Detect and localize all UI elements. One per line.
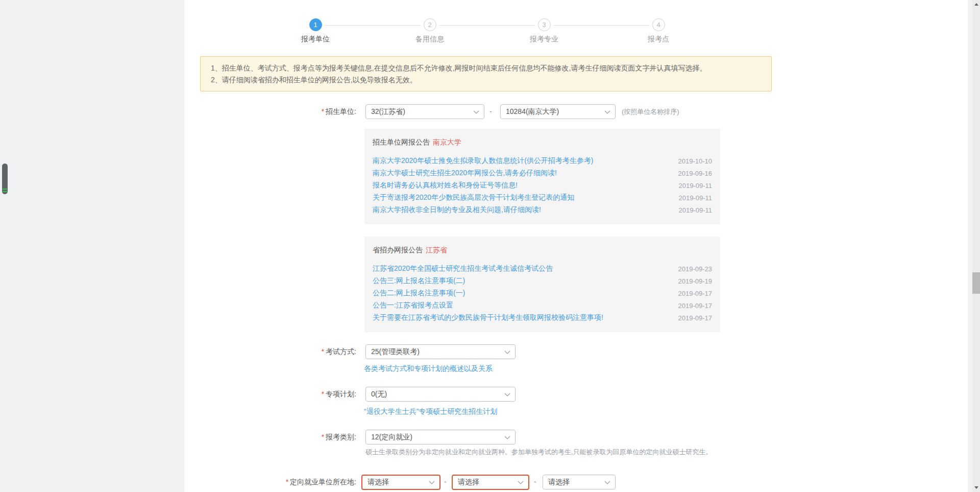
registration-category-label: *报考类别: xyxy=(184,430,356,444)
chevron-down-icon xyxy=(473,110,479,114)
announcement-link[interactable]: 南京大学2020年硕士推免生拟录取人数信息统计(供公开招考考生参考) xyxy=(373,156,593,166)
announcement-link[interactable]: 关于寄送报考2020年少数民族高层次骨干计划考生登记表的通知 xyxy=(373,193,574,202)
required-marker: * xyxy=(322,347,324,356)
stepper: 1 报考单位 2 备用信息 3 报考专业 4 报考点 xyxy=(258,18,716,44)
scroll-down-button[interactable] xyxy=(972,483,980,492)
dash-separator: - xyxy=(534,475,536,489)
chevron-down-icon xyxy=(504,350,510,354)
step-label-1: 报考单位 xyxy=(301,35,330,44)
vertical-scrollbar[interactable] xyxy=(972,0,980,492)
unit-sort-note: (按照单位名称排序) xyxy=(622,104,679,119)
announcement-link[interactable]: 报名时请务必认真核对姓名和身份证号等信息! xyxy=(373,181,518,190)
required-marker: * xyxy=(322,390,324,398)
announcement-row: 公告二:网上报名注意事项(一) 2019-09-17 xyxy=(373,287,712,299)
exam-method-select[interactable]: 25(管理类联考) xyxy=(365,344,516,359)
side-panel-handle[interactable] xyxy=(2,163,8,194)
special-program-select[interactable]: 0(无) xyxy=(365,387,516,402)
select-value: 12(定向就业) xyxy=(371,433,412,441)
announcement-date: 2019-09-23 xyxy=(678,265,713,273)
recruiting-unit-label: *招生单位: xyxy=(184,104,356,119)
announcement-link[interactable]: 公告二:网上报名注意事项(一) xyxy=(373,289,465,298)
chevron-down-icon xyxy=(504,393,510,396)
announcement-date: 2019-09-16 xyxy=(678,170,713,177)
content-card: 1 报考单位 2 备用信息 3 报考专业 4 报考点 1、招生单位、考试方式、报… xyxy=(184,0,968,492)
required-marker: * xyxy=(286,478,288,486)
step-label-2: 备用信息 xyxy=(415,35,444,44)
category-explain-note: 硕士生录取类别分为非定向就业和定向就业两种。参加单独考试的考生,只能被录取为回原… xyxy=(365,448,713,457)
province-announcement-panel: 省招办网报公告江苏省 江苏省2020年全国硕士研究生招生考试考生诚信考试公告 2… xyxy=(364,237,720,332)
announcement-date: 2019-09-19 xyxy=(678,277,713,285)
select-value: 0(无) xyxy=(371,390,387,398)
chevron-down-icon xyxy=(504,436,510,439)
announcement-row: 公告三:网上报名注意事项(二) 2019-09-19 xyxy=(373,275,712,287)
step-circle-2: 2 xyxy=(424,18,436,31)
announcement-date: 2019-09-17 xyxy=(678,302,713,310)
announcement-row: 南京大学硕士研究生招生2020年网报公告,请务必仔细阅读! 2019-09-16 xyxy=(373,167,712,179)
chevron-down-icon xyxy=(604,110,610,114)
unit-announcement-panel: 招生单位网报公告南京大学 南京大学2020年硕士推免生拟录取人数信息统计(供公开… xyxy=(364,129,720,224)
dash-separator: - xyxy=(444,475,447,489)
step-circle-4: 4 xyxy=(652,18,665,31)
announcement-date: 2019-09-11 xyxy=(678,206,712,214)
announcement-row: 公告一:江苏省报考点设置 2019-09-17 xyxy=(373,299,712,312)
announcement-link[interactable]: 公告一:江苏省报考点设置 xyxy=(373,301,453,310)
step-circle-3: 3 xyxy=(538,18,551,31)
step-label-3: 报考专业 xyxy=(530,35,558,44)
required-marker: * xyxy=(322,433,324,441)
panel-title-highlight: 江苏省 xyxy=(426,246,447,254)
chevron-down-icon xyxy=(429,481,435,484)
notice-line-2: 2、请仔细阅读省招办和招生单位的网报公告,以免导致报名无效。 xyxy=(211,74,761,86)
chevron-down-icon xyxy=(604,481,610,484)
announcement-date: 2019-09-17 xyxy=(678,290,713,297)
select-placeholder: 请选择 xyxy=(458,478,479,486)
recruiting-unit-province-select[interactable]: 32(江苏省) xyxy=(365,104,484,119)
panel-title: 招生单位网报公告南京大学 xyxy=(373,136,712,148)
announcement-list: 江苏省2020年全国硕士研究生招生考试考生诚信考试公告 2019-09-23 公… xyxy=(373,263,712,324)
chevron-down-icon xyxy=(518,481,524,484)
announcement-row: 江苏省2020年全国硕士研究生招生考试考生诚信考试公告 2019-09-23 xyxy=(373,263,712,275)
announcement-row: 南京大学招收非全日制的专业及相关问题,请仔细阅读! 2019-09-11 xyxy=(373,204,712,216)
announcement-row: 南京大学2020年硕士推免生拟录取人数信息统计(供公开招考考生参考) 2019-… xyxy=(373,155,712,167)
step-circle-1: 1 xyxy=(309,18,322,31)
announcement-date: 2019-09-11 xyxy=(678,182,712,190)
select-placeholder: 请选择 xyxy=(548,478,570,486)
stepper-step-beiyongxinxi: 2 备用信息 xyxy=(373,18,487,44)
announcement-row: 报名时请务必认真核对姓名和身份证号等信息! 2019-09-11 xyxy=(373,179,712,192)
targeted-employment-location-label: *定向就业单位所在地: xyxy=(184,475,356,489)
announcement-link[interactable]: 关于需要在江苏省考试的少数民族骨干计划考生领取网报校验码注意事项! xyxy=(373,313,603,322)
exam-method-help-link[interactable]: 各类考试方式和专项计划的概述以及关系 xyxy=(364,364,493,373)
registration-category-select[interactable]: 12(定向就业) xyxy=(365,430,516,444)
select-value: 10284(南京大学) xyxy=(506,107,559,115)
announcement-date: 2019-10-10 xyxy=(678,157,713,165)
recruiting-unit-school-select[interactable]: 10284(南京大学) xyxy=(500,104,616,119)
announcement-link[interactable]: 江苏省2020年全国硕士研究生招生考试考生诚信考试公告 xyxy=(373,264,553,273)
special-program-label: *专项计划: xyxy=(184,387,356,402)
notice-box: 1、招生单位、考试方式、报考点等为报考关键信息,在提交信息后不允许修改,网报时间… xyxy=(200,56,772,91)
employment-city-select[interactable]: 请选择 xyxy=(452,475,529,490)
stepper-step-baokaodian: 4 报考点 xyxy=(601,18,716,44)
notice-line-1: 1、招生单位、考试方式、报考点等为报考关键信息,在提交信息后不允许修改,网报时间… xyxy=(211,62,761,74)
panel-title: 省招办网报公告江苏省 xyxy=(373,244,712,256)
employment-province-select[interactable]: 请选择 xyxy=(361,475,440,490)
scroll-up-button[interactable] xyxy=(972,0,980,9)
stepper-step-baokaozhuanye: 3 报考专业 xyxy=(487,18,601,44)
step-label-4: 报考点 xyxy=(648,35,669,44)
stepper-step-baokaodanwei: 1 报考单位 xyxy=(258,18,373,44)
veteran-program-link[interactable]: “退役大学生士兵”专项硕士研究生招生计划 xyxy=(364,407,497,416)
handle-stripe xyxy=(3,191,7,192)
announcement-row: 关于寄送报考2020年少数民族高层次骨干计划考生登记表的通知 2019-09-1… xyxy=(373,192,712,204)
handle-stripe xyxy=(3,189,7,190)
scrollbar-thumb[interactable] xyxy=(972,272,980,294)
announcement-link[interactable]: 南京大学硕士研究生招生2020年网报公告,请务必仔细阅读! xyxy=(373,169,557,178)
announcement-date: 2019-09-17 xyxy=(678,314,713,322)
exam-method-label: *考试方式: xyxy=(184,344,356,359)
announcement-link[interactable]: 南京大学招收非全日制的专业及相关问题,请仔细阅读! xyxy=(373,205,541,215)
required-marker: * xyxy=(322,107,324,115)
announcement-link[interactable]: 公告三:网上报名注意事项(二) xyxy=(373,276,465,286)
panel-title-highlight: 南京大学 xyxy=(433,138,461,146)
dash-separator: - xyxy=(489,104,492,119)
announcement-row: 关于需要在江苏省考试的少数民族骨干计划考生领取网报校验码注意事项! 2019-0… xyxy=(373,312,712,324)
announcement-list: 南京大学2020年硕士推免生拟录取人数信息统计(供公开招考考生参考) 2019-… xyxy=(373,155,712,216)
employment-district-select[interactable]: 请选择 xyxy=(543,475,616,489)
select-placeholder: 请选择 xyxy=(368,478,389,486)
